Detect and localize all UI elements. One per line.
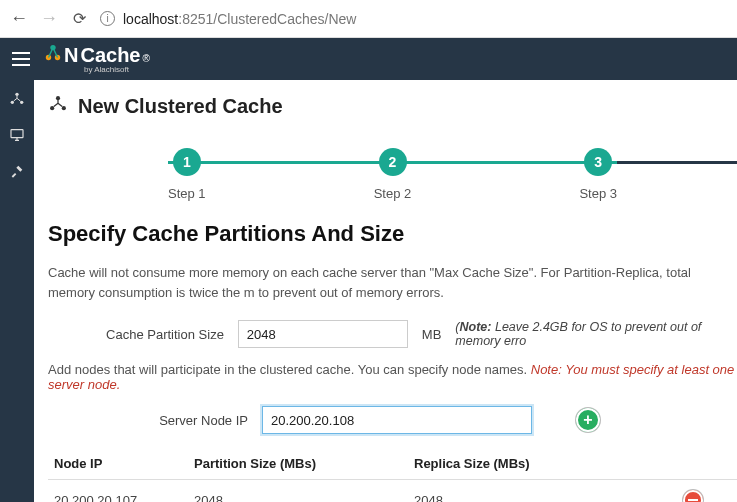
logo-text-prefix: N	[64, 44, 78, 67]
url-path: :8251/ClusteredCaches/New	[178, 11, 356, 27]
add-nodes-description: Add nodes that will participate in the c…	[48, 362, 737, 392]
add-node-button[interactable]: +	[576, 408, 600, 432]
col-node-ip: Node IP	[48, 448, 188, 480]
svg-point-4	[11, 101, 14, 104]
svg-point-2	[50, 45, 55, 50]
url-host: localhost	[123, 11, 178, 27]
step-label: Step 1	[168, 186, 206, 201]
step-number: 2	[379, 148, 407, 176]
brand-logo: NCache® by Alachisoft	[44, 44, 150, 74]
browser-toolbar: ← → ⟳ i localhost:8251/ClusteredCaches/N…	[0, 0, 737, 38]
section-description: Cache will not consume more memory on ea…	[48, 263, 737, 302]
step-number: 3	[584, 148, 612, 176]
main-content: New Clustered Cache 1 Step 1 2 Step 2 3 …	[34, 80, 737, 502]
col-replica-size: Replica Size (MBs)	[408, 448, 677, 480]
cluster-icon	[48, 94, 68, 118]
menu-toggle-icon[interactable]	[12, 52, 30, 66]
table-row: 20.200.20.107 2048 2048	[48, 480, 737, 503]
app-header: NCache® by Alachisoft	[0, 38, 737, 80]
reload-button[interactable]: ⟳	[70, 9, 88, 28]
nodes-table: Node IP Partition Size (MBs) Replica Siz…	[48, 448, 737, 502]
svg-point-7	[56, 96, 60, 100]
step-2[interactable]: 2 Step 2	[374, 148, 412, 201]
forward-button[interactable]: →	[40, 8, 58, 29]
sidebar-item-cluster[interactable]	[8, 90, 26, 108]
step-number: 1	[173, 148, 201, 176]
step-3[interactable]: 3 Step 3	[579, 148, 617, 201]
partition-size-input[interactable]	[238, 320, 408, 348]
sidebar-item-monitor[interactable]	[8, 126, 26, 144]
partition-size-label: Cache Partition Size	[48, 327, 224, 342]
server-ip-label: Server Node IP	[48, 413, 248, 428]
site-info-icon[interactable]: i	[100, 11, 115, 26]
remove-node-button[interactable]	[683, 490, 703, 502]
svg-point-9	[62, 106, 66, 110]
sidebar-item-tools[interactable]	[8, 162, 26, 180]
back-button[interactable]: ←	[10, 8, 28, 29]
svg-point-8	[50, 106, 54, 110]
section-heading: Specify Cache Partitions And Size	[48, 221, 737, 247]
cell-node-ip: 20.200.20.107	[48, 480, 188, 503]
cell-partition: 2048	[188, 480, 408, 503]
logo-text-suffix: Cache	[80, 44, 140, 67]
partition-size-unit: MB	[422, 327, 442, 342]
logo-byline: by Alachisoft	[84, 65, 150, 74]
cell-replica: 2048	[408, 480, 677, 503]
page-title: New Clustered Cache	[78, 95, 283, 118]
address-bar[interactable]: i localhost:8251/ClusteredCaches/New	[100, 11, 727, 27]
step-1[interactable]: 1 Step 1	[168, 148, 206, 201]
col-partition-size: Partition Size (MBs)	[188, 448, 408, 480]
partition-size-note: (Note: Leave 2.4GB for OS to prevent out…	[455, 320, 737, 348]
wizard-stepper: 1 Step 1 2 Step 2 3 Step 3	[168, 148, 617, 201]
svg-point-5	[20, 101, 23, 104]
server-ip-input[interactable]	[262, 406, 532, 434]
step-label: Step 2	[374, 186, 412, 201]
step-label: Step 3	[579, 186, 617, 201]
logo-icon	[44, 44, 62, 62]
sidebar	[0, 80, 34, 502]
svg-rect-6	[11, 130, 23, 138]
svg-point-3	[15, 93, 18, 96]
